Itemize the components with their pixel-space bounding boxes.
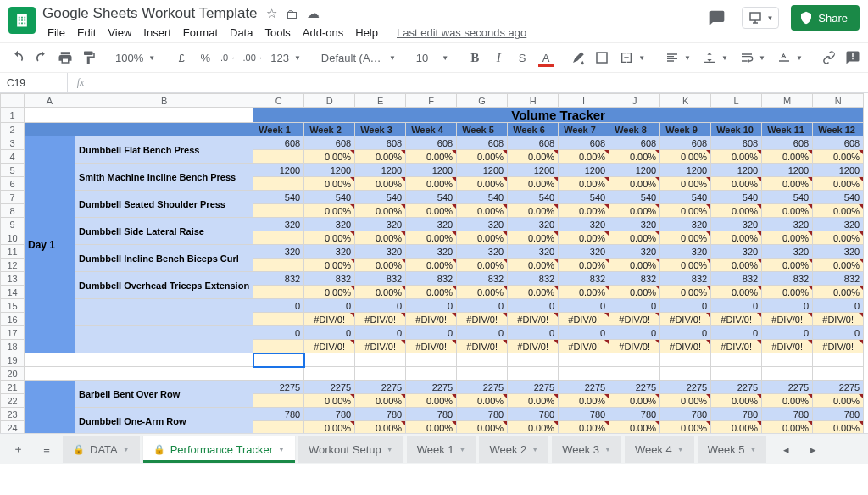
cell[interactable]: 608 — [660, 136, 711, 150]
cell[interactable]: 2275 — [660, 381, 711, 394]
row-header-5[interactable]: 5 — [1, 164, 25, 177]
cell[interactable]: 1200 — [813, 164, 864, 177]
cell[interactable]: 0 — [406, 326, 457, 340]
cell[interactable]: 0 — [253, 299, 304, 313]
cell[interactable]: 0.00% — [609, 204, 660, 218]
cell[interactable]: 0.00% — [406, 259, 457, 272]
col-header-F[interactable]: F — [406, 94, 457, 108]
cell[interactable]: 0.00% — [711, 421, 762, 435]
cell[interactable]: 0.00% — [457, 259, 508, 272]
cell[interactable]: 608 — [355, 136, 406, 150]
cell[interactable]: 0.00% — [609, 231, 660, 245]
col-header-H[interactable]: H — [508, 94, 559, 108]
borders-button[interactable] — [591, 47, 613, 69]
cell[interactable]: 0.00% — [355, 231, 406, 245]
row-header-7[interactable]: 7 — [1, 191, 25, 204]
cell[interactable] — [253, 394, 304, 408]
cell[interactable]: 1200 — [711, 164, 762, 177]
cell[interactable]: 540 — [457, 191, 508, 204]
cell[interactable]: 0.00% — [457, 286, 508, 299]
week-header-12[interactable]: Week 12 — [813, 123, 864, 136]
merge-cells-button[interactable]: ▼ — [615, 47, 650, 69]
cell[interactable]: 832 — [304, 272, 355, 286]
cell[interactable]: 1200 — [406, 164, 457, 177]
cell[interactable]: 0.00% — [508, 286, 559, 299]
row-header-21[interactable]: 21 — [1, 381, 25, 394]
cell[interactable]: 0.00% — [406, 204, 457, 218]
cell-error[interactable]: #DIV/0! — [609, 313, 660, 326]
cell[interactable]: 320 — [711, 218, 762, 231]
cell[interactable]: 780 — [304, 408, 355, 421]
cell[interactable] — [253, 177, 304, 191]
tab-scroll-left[interactable]: ◂ — [773, 437, 798, 461]
cell[interactable]: 0 — [711, 326, 762, 340]
cell[interactable]: 320 — [762, 218, 813, 231]
cell[interactable]: 320 — [813, 218, 864, 231]
menu-file[interactable]: File — [42, 24, 70, 42]
add-sheet-button[interactable]: ＋ — [5, 437, 31, 461]
week-header-11[interactable]: Week 11 — [762, 123, 813, 136]
cell[interactable]: 320 — [406, 245, 457, 259]
cell[interactable] — [253, 150, 304, 164]
cell[interactable]: 608 — [406, 136, 457, 150]
cell[interactable]: 2275 — [609, 381, 660, 394]
font-size-select[interactable]: 10▼ — [411, 47, 453, 69]
cell[interactable]: 320 — [660, 218, 711, 231]
cell[interactable]: 0.00% — [762, 259, 813, 272]
cell[interactable]: 0.00% — [559, 150, 609, 164]
cell-error[interactable]: #DIV/0! — [457, 313, 508, 326]
cell[interactable]: 832 — [406, 272, 457, 286]
cell[interactable]: 608 — [253, 136, 304, 150]
col-header-E[interactable]: E — [355, 94, 406, 108]
cell-error[interactable]: #DIV/0! — [304, 313, 355, 326]
cell[interactable]: 0.00% — [406, 231, 457, 245]
cell[interactable]: 0.00% — [304, 177, 355, 191]
cell[interactable] — [253, 204, 304, 218]
cell-error[interactable]: #DIV/0! — [304, 340, 355, 353]
cell[interactable]: 0.00% — [660, 150, 711, 164]
cell[interactable]: 2275 — [711, 381, 762, 394]
cell-error[interactable]: #DIV/0! — [813, 340, 864, 353]
col-header-C[interactable]: C — [253, 94, 304, 108]
cell[interactable]: 0.00% — [406, 286, 457, 299]
cell[interactable]: 0 — [711, 299, 762, 313]
cell[interactable]: 0 — [304, 299, 355, 313]
cell[interactable]: 320 — [609, 218, 660, 231]
cell[interactable]: 0.00% — [559, 204, 609, 218]
cell[interactable]: 0 — [559, 299, 609, 313]
cell-error[interactable]: #DIV/0! — [609, 340, 660, 353]
cell[interactable]: 0.00% — [406, 394, 457, 408]
cell[interactable]: 2275 — [253, 381, 304, 394]
cell[interactable]: 0.00% — [660, 421, 711, 435]
cell[interactable]: 0.00% — [508, 259, 559, 272]
cell[interactable]: 0.00% — [711, 150, 762, 164]
cell[interactable]: 832 — [253, 272, 304, 286]
cell[interactable]: 0.00% — [508, 231, 559, 245]
cell[interactable]: 0.00% — [355, 177, 406, 191]
row-header-13[interactable]: 13 — [1, 272, 25, 286]
week-header-1[interactable]: Week 1 — [253, 123, 304, 136]
row-header-12[interactable]: 12 — [1, 259, 25, 272]
cell[interactable]: 0.00% — [508, 150, 559, 164]
cell[interactable]: 320 — [457, 218, 508, 231]
cell-error[interactable]: #DIV/0! — [711, 313, 762, 326]
week-header-4[interactable]: Week 4 — [406, 123, 457, 136]
cell[interactable]: 0.00% — [559, 177, 609, 191]
star-icon[interactable]: ☆ — [266, 6, 277, 21]
sheet-tab-week-5[interactable]: Week 5▼ — [698, 436, 767, 463]
exercise-name[interactable] — [75, 299, 253, 326]
cell[interactable] — [253, 231, 304, 245]
cell[interactable]: 320 — [813, 245, 864, 259]
cell[interactable]: 0 — [660, 326, 711, 340]
col-header-M[interactable]: M — [762, 94, 813, 108]
cell[interactable]: 0.00% — [304, 204, 355, 218]
menu-add-ons[interactable]: Add-ons — [298, 24, 348, 42]
increase-decimal-button[interactable]: .00→ — [242, 47, 264, 69]
text-wrap-button[interactable]: ▼ — [735, 47, 771, 69]
cell[interactable]: 0.00% — [711, 394, 762, 408]
cell[interactable]: 320 — [253, 245, 304, 259]
cell[interactable]: 780 — [660, 408, 711, 421]
cell[interactable]: 832 — [508, 272, 559, 286]
cell[interactable]: 320 — [304, 218, 355, 231]
col-header-K[interactable]: K — [660, 94, 711, 108]
